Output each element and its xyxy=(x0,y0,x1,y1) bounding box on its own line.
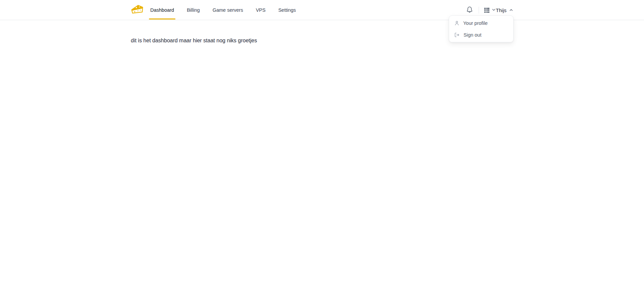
cheese-icon xyxy=(131,4,144,16)
main-content: dit is het dashboard maar hier staat nog… xyxy=(0,20,644,44)
nav-tab-vps[interactable]: VPS xyxy=(255,0,267,20)
menu-item-sign-out[interactable]: Sign out xyxy=(449,29,513,41)
chevron-up-icon xyxy=(509,7,513,13)
apps-menu-button[interactable] xyxy=(484,8,496,13)
menu-item-label: Your profile xyxy=(463,20,488,26)
menu-item-your-profile[interactable]: Your profile xyxy=(449,17,513,29)
main-nav: Dashboard Billing Game servers VPS Setti… xyxy=(149,0,297,20)
user-menu-button[interactable]: Thijs xyxy=(496,7,513,13)
nav-tab-billing[interactable]: Billing xyxy=(185,0,201,20)
notifications-button[interactable] xyxy=(466,6,473,14)
grid-icon xyxy=(484,8,489,13)
nav-tab-game-servers[interactable]: Game servers xyxy=(211,0,245,20)
user-dropdown-menu: Your profile Sign out xyxy=(449,15,514,42)
user-icon xyxy=(454,20,460,26)
user-name-label: Thijs xyxy=(496,7,506,13)
menu-item-label: Sign out xyxy=(464,32,481,38)
nav-tab-dashboard[interactable]: Dashboard xyxy=(149,0,175,20)
top-navbar: Dashboard Billing Game servers VPS Setti… xyxy=(0,0,644,20)
header-container: Dashboard Billing Game servers VPS Setti… xyxy=(131,0,513,20)
header-divider xyxy=(479,7,479,13)
header-actions: Thijs Your profile xyxy=(466,0,513,20)
cheese-logo xyxy=(131,5,144,15)
sign-out-icon xyxy=(454,32,460,38)
bell-icon xyxy=(466,6,473,14)
nav-tab-settings[interactable]: Settings xyxy=(277,0,297,20)
chevron-down-icon xyxy=(492,8,496,13)
